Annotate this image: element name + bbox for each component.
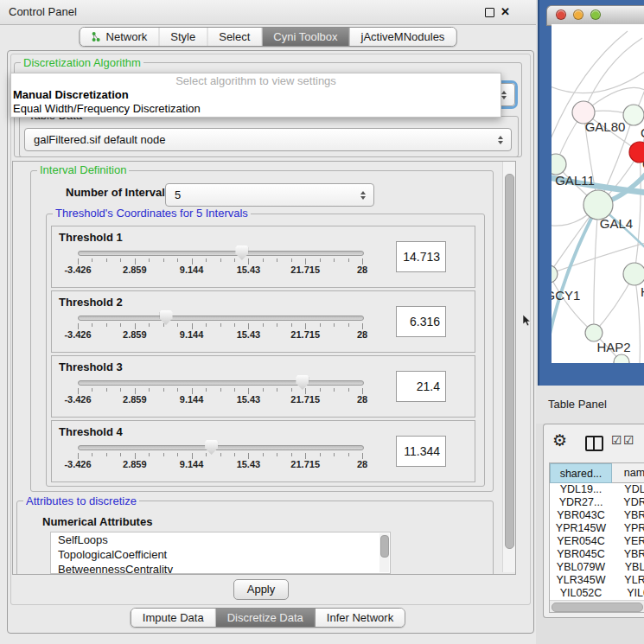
table-row[interactable]: YBR043CYBR0	[550, 509, 644, 522]
network-tab-icon	[92, 31, 102, 42]
combo-stepper-icon	[358, 191, 367, 200]
table-cell: YLR345W	[550, 574, 612, 587]
table-hscrollbar[interactable]	[550, 600, 644, 612]
table-row[interactable]: YDR27...YDR2	[550, 496, 644, 509]
network-node[interactable]	[623, 105, 644, 125]
table-row[interactable]: YIL052CYIL0	[550, 587, 644, 600]
algorithm-dropdown-popup: Select algorithm to view settings Manual…	[10, 73, 501, 118]
table-cell: YBL079W	[550, 561, 612, 574]
tick-label: 21.715	[290, 265, 320, 275]
network-edge[interactable]	[634, 152, 641, 274]
number-of-intervals-select[interactable]: 5	[165, 183, 374, 207]
table-cell: YIL052C	[550, 587, 612, 600]
tick-label: 28	[357, 394, 367, 405]
checkbox-icon[interactable]: ☑	[623, 433, 634, 447]
tick-label: 15.43	[237, 265, 261, 275]
attributes-title: Attributes to discretize	[23, 495, 139, 507]
threshold-slider[interactable]: -3.4262.8599.14415.4321.71528	[78, 356, 362, 417]
table-cell: YBR043C	[550, 509, 612, 522]
network-edge[interactable]	[552, 69, 644, 93]
numerical-attributes-list[interactable]: SelfLoopsTopologicalCoefficientBetweenne…	[50, 532, 391, 574]
checkbox-icon[interactable]: ☑	[611, 433, 622, 447]
interval-definition-title: Interval Definition	[37, 164, 129, 175]
table-cell: YLR3	[612, 574, 644, 587]
thresholds-title: Threshold's Coordinates for 5 Intervals	[53, 207, 251, 219]
attribute-item-betweennesscentrality[interactable]: BetweennessCentrality	[51, 562, 390, 574]
table-row[interactable]: YER054CYER0	[550, 535, 644, 548]
combo-stepper-icon	[495, 136, 505, 144]
threshold-value-field[interactable]: 14.713	[396, 241, 446, 272]
attribute-item-selfloops[interactable]: SelfLoops	[51, 532, 390, 547]
node-table-header: shared...name	[550, 463, 644, 483]
network-edge[interactable]	[583, 38, 642, 112]
table-data-select[interactable]: galFiltered.sif default node	[24, 128, 512, 151]
close-traffic-light-icon[interactable]	[556, 10, 566, 20]
network-node-label-gal80: GAL80	[585, 119, 626, 134]
tab-impute-data[interactable]: Impute Data	[131, 609, 216, 627]
network-node[interactable]	[623, 263, 644, 285]
table-cell: YBL0	[612, 561, 644, 574]
tick-label: 28	[357, 265, 367, 275]
table-cell: YDR2	[612, 496, 644, 509]
settings-scrollbar[interactable]	[502, 162, 515, 572]
slider-thumb[interactable]	[296, 375, 309, 390]
apply-button[interactable]: Apply	[233, 579, 289, 600]
tab-cyni-toolbox[interactable]: Cyni Toolbox	[262, 28, 349, 46]
column-header-name[interactable]: name	[612, 463, 644, 483]
tab-style[interactable]: Style	[159, 28, 207, 46]
float-panel-icon[interactable]	[485, 8, 494, 17]
screen: Control Panel ✕ NetworkStyleSelectCyni T…	[0, 0, 644, 644]
minimize-traffic-light-icon[interactable]	[573, 10, 583, 20]
threshold-value-field[interactable]: 21.4	[396, 371, 446, 402]
close-icon[interactable]: ✕	[501, 5, 510, 18]
split-columns-icon[interactable]	[585, 436, 603, 451]
zoom-traffic-light-icon[interactable]	[590, 10, 601, 20]
table-panel-title: Table Panel	[548, 398, 607, 411]
network-node[interactable]	[552, 154, 566, 175]
network-edge[interactable]	[594, 205, 598, 333]
gear-icon[interactable]: ⚙	[552, 430, 567, 450]
network-edge[interactable]	[634, 274, 640, 363]
table-row[interactable]: YPR145WYPR1	[550, 522, 644, 535]
tick-label: 2.859	[123, 459, 147, 469]
column-header-shared-[interactable]: shared...	[550, 463, 612, 483]
network-node-label-gcy1: GCY1	[552, 288, 580, 303]
tick-label: -3.426	[64, 394, 91, 405]
threshold-value-field[interactable]: 11.344	[396, 436, 446, 467]
threshold-slider[interactable]: -3.4262.8599.14415.4321.71528	[78, 291, 362, 352]
slider-thumb[interactable]	[205, 440, 218, 455]
algorithm-option-manual-discretization[interactable]: Manual Discretization	[11, 88, 501, 102]
tab-jactivemnodules[interactable]: jActiveMNodules	[350, 28, 456, 46]
table-row[interactable]: YLR345WYLR3	[550, 574, 644, 587]
algorithm-option-equal-width-frequency-discretization[interactable]: Equal Width/Frequency Discretization	[11, 102, 501, 116]
tab-discretize-data[interactable]: Discretize Data	[216, 609, 316, 627]
tab-select[interactable]: Select	[207, 28, 262, 46]
table-row[interactable]: YBL079WYBL0	[550, 561, 644, 574]
tab-infer-network[interactable]: Infer Network	[316, 609, 405, 627]
attribute-item-topologicalcoefficient[interactable]: TopologicalCoefficient	[51, 547, 390, 562]
tab-network[interactable]: Network	[80, 28, 160, 46]
attributes-scrollbar[interactable]	[379, 533, 389, 572]
threshold-value-field[interactable]: 6.316	[396, 306, 446, 337]
network-node[interactable]	[552, 265, 558, 283]
network-node[interactable]	[585, 324, 603, 341]
slider-thumb[interactable]	[235, 245, 248, 260]
network-canvas[interactable]: GAL80GACGAL11GAL4GCY1HHAP2	[552, 24, 644, 363]
threshold-slider[interactable]: -3.4262.8599.14415.4321.71528	[78, 421, 362, 481]
network-node[interactable]	[583, 190, 613, 220]
slider-thumb[interactable]	[160, 310, 173, 325]
tick-label: 28	[357, 459, 367, 469]
threshold-panel-1: Threshold 1-3.4262.8599.14415.4321.71528…	[51, 226, 475, 288]
tick-label: 21.715	[290, 329, 320, 340]
network-node-label-ga: GA	[641, 125, 644, 140]
tick-label: 28	[357, 329, 367, 340]
tick-label: 15.43	[237, 329, 261, 340]
table-row[interactable]: YDL19...YDL1	[550, 483, 644, 496]
tick-label: 21.715	[290, 459, 320, 469]
tick-label: 21.715	[290, 394, 320, 405]
threshold-slider[interactable]: -3.4262.8599.14415.4321.71528	[78, 226, 362, 287]
table-panel-titlebar: Table Panel	[536, 386, 644, 424]
tick-label: -3.426	[64, 459, 91, 469]
table-cell: YDR27...	[550, 496, 612, 509]
table-row[interactable]: YBR045CYBR0	[550, 548, 644, 561]
